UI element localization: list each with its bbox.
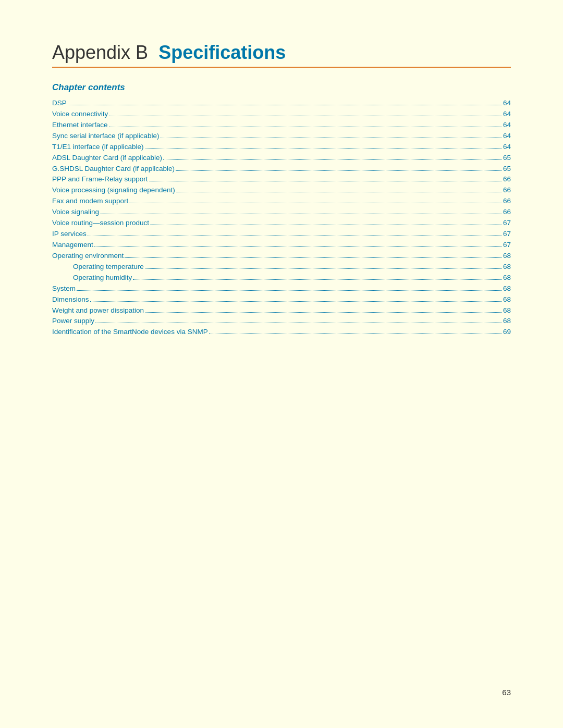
toc-dots [145,268,502,269]
toc-item[interactable]: Sync serial interface (if applicable)64 [52,131,511,142]
toc-dots [109,127,502,127]
toc-item[interactable]: PPP and Frame-Relay support66 [52,174,511,185]
toc-page-number: 68 [503,305,511,316]
toc-page-number: 66 [503,185,511,196]
toc-item[interactable]: Voice processing (signaling dependent)66 [52,185,511,196]
toc-item[interactable]: Management67 [52,240,511,251]
toc-page-number: 64 [503,142,511,153]
toc-page-number: 67 [503,218,511,229]
toc-item[interactable]: Ethernet interface64 [52,120,511,131]
toc-page-number: 68 [503,273,511,283]
heading-rule [52,67,511,68]
toc-item[interactable]: Voice signaling66 [52,207,511,218]
toc-link[interactable]: Dimensions [52,294,89,305]
toc-link[interactable]: Ethernet interface [52,120,108,131]
toc-item[interactable]: Operating humidity68 [52,273,511,283]
toc-link[interactable]: Voice signaling [52,207,99,218]
toc-item[interactable]: Identification of the SmartNode devices … [52,327,511,338]
toc-page-number: 68 [503,283,511,294]
toc-page-number: 66 [503,196,511,207]
toc-item[interactable]: Dimensions68 [52,294,511,305]
toc-page-number: 64 [503,120,511,131]
toc-link[interactable]: System [52,283,76,294]
toc-item[interactable]: G.SHDSL Daughter Card (if applicable)65 [52,164,511,175]
toc-link[interactable]: Sync serial interface (if applicable) [52,131,160,142]
toc-dots [88,236,502,236]
toc-item[interactable]: Voice connectivity64 [52,109,511,120]
toc-page-number: 67 [503,240,511,251]
toc-page-number: 68 [503,294,511,305]
toc-page-number: 69 [503,327,511,338]
toc-link[interactable]: Voice routing—session product [52,218,149,229]
toc-link[interactable]: DSP [52,98,67,109]
toc-list: DSP64Voice connectivity64Ethernet interf… [52,98,511,338]
toc-link[interactable]: Fax and modem support [52,196,128,207]
toc-dots [145,149,502,149]
page-number: 63 [502,688,511,697]
toc-dots [129,203,502,203]
toc-dots [90,301,502,302]
toc-dots [176,192,502,192]
toc-link[interactable]: G.SHDSL Daughter Card (if applicable) [52,164,175,175]
toc-link[interactable]: Management [52,240,93,251]
toc-dots [163,159,502,160]
toc-page-number: 64 [503,131,511,142]
toc-item[interactable]: Operating temperature68 [52,262,511,273]
toc-dots [95,323,502,323]
toc-item[interactable]: Fax and modem support66 [52,196,511,207]
chapter-prefix: Appendix B [52,42,148,63]
chapter-title: Specifications [158,42,286,63]
toc-page-number: 65 [503,164,511,175]
toc-dots [150,225,502,225]
toc-link[interactable]: Identification of the SmartNode devices … [52,327,208,338]
toc-item[interactable]: System68 [52,283,511,294]
toc-dots [133,279,502,280]
toc-link[interactable]: Operating temperature [73,262,144,273]
toc-link[interactable]: PPP and Frame-Relay support [52,174,148,185]
toc-page-number: 68 [503,262,511,273]
toc-dots [161,138,502,138]
toc-link[interactable]: IP services [52,229,87,240]
toc-link[interactable]: Voice processing (signaling dependent) [52,185,175,196]
toc-dots [100,214,502,214]
toc-item[interactable]: Operating environment68 [52,251,511,262]
toc-link[interactable]: Power supply [52,316,94,327]
toc-dots [77,290,502,291]
toc-item[interactable]: DSP64 [52,98,511,109]
chapter-heading: Appendix B Specifications [52,42,511,64]
toc-item[interactable]: Weight and power dissipation68 [52,305,511,316]
toc-page-number: 64 [503,98,511,109]
chapter-contents-title: Chapter contents [52,82,511,93]
toc-link[interactable]: Weight and power dissipation [52,305,144,316]
toc-page-number: 68 [503,251,511,262]
toc-dots [68,105,502,105]
toc-link[interactable]: Voice connectivity [52,109,108,120]
toc-item[interactable]: ADSL Daughter Card (if applicable)65 [52,153,511,164]
toc-page-number: 66 [503,207,511,218]
toc-dots [176,170,502,171]
toc-dots [149,181,502,181]
toc-link[interactable]: T1/E1 interface (if applicable) [52,142,144,153]
toc-page-number: 68 [503,316,511,327]
toc-dots [209,334,502,334]
page: Appendix B Specifications Chapter conten… [0,0,563,728]
toc-page-number: 67 [503,229,511,240]
toc-page-number: 64 [503,109,511,120]
toc-dots [125,257,502,258]
toc-page-number: 66 [503,174,511,185]
toc-link[interactable]: ADSL Daughter Card (if applicable) [52,153,162,164]
toc-dots [94,246,502,247]
toc-dots [109,116,502,116]
toc-page-number: 65 [503,153,511,164]
toc-link[interactable]: Operating environment [52,251,124,262]
toc-link[interactable]: Operating humidity [73,273,132,283]
toc-item[interactable]: Power supply68 [52,316,511,327]
toc-dots [145,312,502,313]
toc-item[interactable]: T1/E1 interface (if applicable)64 [52,142,511,153]
toc-item[interactable]: IP services67 [52,229,511,240]
toc-item[interactable]: Voice routing—session product67 [52,218,511,229]
